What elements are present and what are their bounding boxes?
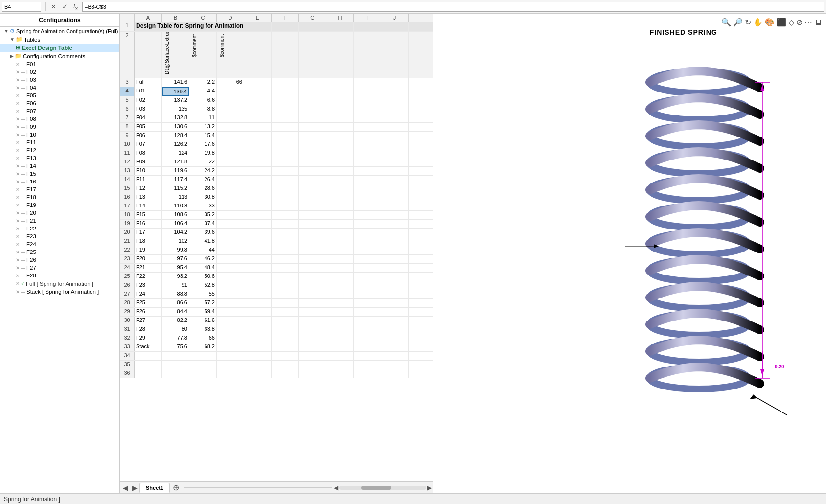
cell-35j[interactable] bbox=[381, 361, 409, 369]
cell-36f[interactable] bbox=[272, 369, 299, 378]
rotate-icon[interactable]: ↻ bbox=[745, 18, 751, 27]
cell-17g[interactable] bbox=[299, 202, 326, 210]
cell-23b[interactable]: 97.6 bbox=[162, 255, 189, 263]
cell-28d[interactable] bbox=[217, 299, 244, 307]
cell-20f[interactable] bbox=[272, 229, 299, 237]
cell-4e[interactable] bbox=[244, 87, 272, 96]
cell-5g[interactable] bbox=[299, 96, 326, 105]
cell-16h[interactable] bbox=[326, 193, 354, 202]
cell-16f[interactable] bbox=[272, 193, 299, 202]
sidebar-item-f24[interactable]: ✕ — F24 bbox=[0, 240, 119, 248]
monitor-icon[interactable]: 🖥 bbox=[814, 18, 822, 27]
cell-31i[interactable] bbox=[354, 325, 381, 334]
cell-6i[interactable] bbox=[354, 105, 381, 114]
cell-27e[interactable] bbox=[244, 290, 272, 298]
cell-11j[interactable] bbox=[381, 149, 409, 158]
table-row[interactable]: 31F288063.8 bbox=[120, 325, 433, 334]
cell-25j[interactable] bbox=[381, 273, 409, 281]
cell-11i[interactable] bbox=[354, 149, 381, 158]
cell-13i[interactable] bbox=[354, 167, 381, 175]
cell-12b[interactable]: 121.8 bbox=[162, 158, 189, 166]
cell-29a[interactable]: F26 bbox=[135, 308, 162, 316]
sidebar-item-f04[interactable]: ✕ — F04 bbox=[0, 84, 119, 92]
cell-28g[interactable] bbox=[299, 299, 326, 307]
cell-24b[interactable]: 95.4 bbox=[162, 264, 189, 272]
cell-36e[interactable] bbox=[244, 369, 272, 378]
cell-17b[interactable]: 110.8 bbox=[162, 202, 189, 210]
cell-34c[interactable] bbox=[189, 352, 217, 360]
cell-29g[interactable] bbox=[299, 308, 326, 316]
cell-32d[interactable] bbox=[217, 334, 244, 343]
cell-3e[interactable] bbox=[244, 78, 272, 87]
table-row[interactable]: 34 bbox=[120, 352, 433, 361]
cell-23c[interactable]: 46.2 bbox=[189, 255, 217, 263]
cell-5d[interactable] bbox=[217, 96, 244, 105]
cell-28i[interactable] bbox=[354, 299, 381, 307]
table-row[interactable]: 6F031358.8 bbox=[120, 105, 433, 114]
cell-32f[interactable] bbox=[272, 334, 299, 343]
cell-16b[interactable]: 113 bbox=[162, 193, 189, 202]
cell-14c[interactable]: 26.4 bbox=[189, 176, 217, 184]
cell-25d[interactable] bbox=[217, 273, 244, 281]
cell-30e[interactable] bbox=[244, 317, 272, 325]
cell-4i[interactable] bbox=[354, 87, 381, 96]
cell-13h[interactable] bbox=[326, 167, 354, 175]
cell-12f[interactable] bbox=[272, 158, 299, 166]
cell-12c[interactable]: 22 bbox=[189, 158, 217, 166]
table-row[interactable]: 19F16106.437.4 bbox=[120, 220, 433, 229]
cell-13f[interactable] bbox=[272, 167, 299, 175]
table-row[interactable]: 9F06128.415.4 bbox=[120, 132, 433, 140]
cell-36i[interactable] bbox=[354, 369, 381, 378]
sidebar-item-excel-design-table[interactable]: ⊞ Excel Design Table bbox=[0, 44, 119, 52]
table-row[interactable]: 35 bbox=[120, 361, 433, 369]
cell-33g[interactable] bbox=[299, 343, 326, 351]
cell-33h[interactable] bbox=[326, 343, 354, 351]
wireframe-icon[interactable]: ◇ bbox=[788, 18, 794, 27]
cell-35c[interactable] bbox=[189, 361, 217, 369]
cell-12a[interactable]: F09 bbox=[135, 158, 162, 166]
cell-5i[interactable] bbox=[354, 96, 381, 105]
cell-26g[interactable] bbox=[299, 281, 326, 290]
cell-7b[interactable]: 132.8 bbox=[162, 114, 189, 122]
cell-13b[interactable]: 119.6 bbox=[162, 167, 189, 175]
cell-28e[interactable] bbox=[244, 299, 272, 307]
table-row[interactable]: 33Stack75.668.2 bbox=[120, 343, 433, 352]
cell-19d[interactable] bbox=[217, 220, 244, 228]
cell-4a[interactable]: F01 bbox=[135, 87, 162, 96]
cell-35i[interactable] bbox=[354, 361, 381, 369]
table-row[interactable]: 36 bbox=[120, 369, 433, 378]
sidebar-item-f10[interactable]: ✕ — F10 bbox=[0, 131, 119, 138]
cell-27d[interactable] bbox=[217, 290, 244, 298]
cell-1g[interactable] bbox=[326, 22, 354, 31]
table-row[interactable]: 25F2293.250.6 bbox=[120, 273, 433, 281]
sidebar-item-f12[interactable]: ✕ — F12 bbox=[0, 146, 119, 154]
cell-11f[interactable] bbox=[272, 149, 299, 158]
cell-8a[interactable]: F05 bbox=[135, 123, 162, 131]
cell-30g[interactable] bbox=[299, 317, 326, 325]
cell-15i[interactable] bbox=[354, 184, 381, 193]
cell-36d[interactable] bbox=[217, 369, 244, 378]
cell-22j[interactable] bbox=[381, 246, 409, 254]
cell-16i[interactable] bbox=[354, 193, 381, 202]
cell-13g[interactable] bbox=[299, 167, 326, 175]
cell-21e[interactable] bbox=[244, 237, 272, 246]
scroll-track[interactable] bbox=[339, 486, 426, 490]
cell-18g[interactable] bbox=[299, 211, 326, 219]
cell-7g[interactable] bbox=[299, 114, 326, 122]
table-row[interactable]: 29F2684.459.4 bbox=[120, 308, 433, 317]
cell-15a[interactable]: F12 bbox=[135, 184, 162, 193]
cell-1i[interactable] bbox=[381, 22, 409, 31]
table-row[interactable]: 18F15108.635.2 bbox=[120, 211, 433, 220]
table-row[interactable]: 27F2488.855 bbox=[120, 290, 433, 299]
cell-25b[interactable]: 93.2 bbox=[162, 273, 189, 281]
more-icon[interactable]: ⋯ bbox=[804, 18, 812, 27]
cell-9j[interactable] bbox=[381, 132, 409, 140]
cell-16e[interactable] bbox=[244, 193, 272, 202]
sidebar-item-f22[interactable]: ✕ — F22 bbox=[0, 225, 119, 232]
sidebar-item-f09[interactable]: ✕ — F09 bbox=[0, 123, 119, 131]
cell-35e[interactable] bbox=[244, 361, 272, 369]
cell-8j[interactable] bbox=[381, 123, 409, 131]
cell-29h[interactable] bbox=[326, 308, 354, 316]
cell-6d[interactable] bbox=[217, 105, 244, 114]
cell-30h[interactable] bbox=[326, 317, 354, 325]
